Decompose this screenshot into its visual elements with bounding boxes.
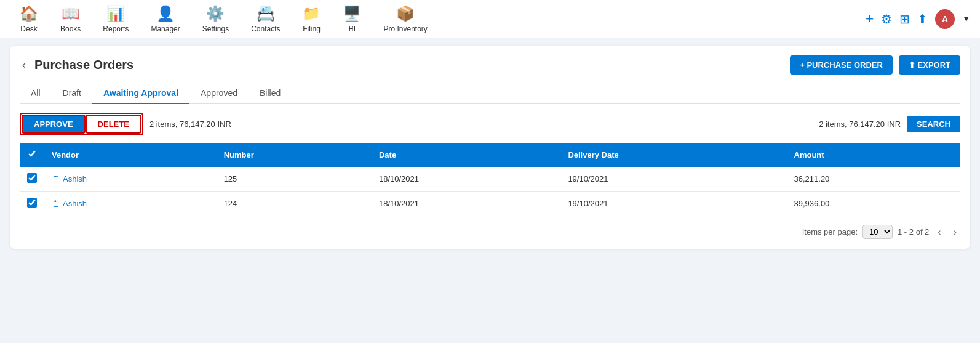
row-amount: 36,211.20 [787, 167, 960, 192]
action-buttons-highlight: APPROVE DELETE [20, 113, 143, 135]
row-amount: 39,936.00 [787, 192, 960, 216]
selected-info: 2 items, 76,147.20 INR [149, 119, 231, 129]
grid-button[interactable]: ⊞ [899, 12, 910, 26]
upload-button[interactable]: ⬆ [917, 12, 928, 26]
bi-icon: 🖥️ [343, 5, 361, 22]
delete-button[interactable]: DELETE [86, 115, 141, 134]
row-delivery-date: 19/10/2021 [560, 167, 786, 192]
user-label: ▼ [962, 14, 970, 23]
tab-draft[interactable]: Draft [52, 83, 92, 104]
nav-item-filing[interactable]: 📁 Filing [292, 0, 330, 38]
per-page-select[interactable]: 10 25 50 [862, 225, 893, 239]
row-number: 124 [217, 192, 372, 216]
row-delivery-date: 19/10/2021 [560, 192, 786, 216]
tabs-bar: All Draft Awaiting Approval Approved Bil… [20, 83, 960, 104]
table-row: 🗒 Ashish 125 18/10/2021 19/10/2021 36,21… [20, 167, 960, 192]
nav-label-filing: Filing [303, 25, 321, 33]
items-summary-right: 2 items, 76,147.20 INR SEARCH [819, 116, 960, 132]
nav-label-manager: Manager [151, 25, 180, 33]
vendor-name: Ashish [63, 174, 87, 184]
nav-item-pro-inventory[interactable]: 📦 Pro Inventory [373, 0, 437, 38]
col-checkbox [20, 143, 44, 167]
content-card: ‹ Purchase Orders + PURCHASE ORDER ⬆ EXP… [10, 46, 970, 249]
search-button[interactable]: SEARCH [907, 116, 960, 132]
row-number: 125 [217, 167, 372, 192]
col-delivery-date: Delivery Date [560, 143, 786, 167]
nav-item-bi[interactable]: 🖥️ BI [333, 0, 371, 38]
nav-item-desk[interactable]: 🏠 Desk [10, 0, 48, 38]
settings-icon: ⚙️ [206, 5, 225, 22]
nav-label-contacts: Contacts [251, 25, 280, 33]
main-area: ‹ Purchase Orders + PURCHASE ORDER ⬆ EXP… [0, 38, 980, 343]
action-bar: APPROVE DELETE 2 items, 76,147.20 INR 2 … [20, 113, 960, 135]
row-vendor[interactable]: 🗒 Ashish [44, 192, 217, 216]
gear-button[interactable]: ⚙ [881, 12, 892, 26]
row-checkbox-1[interactable] [27, 198, 37, 208]
header-actions: + PURCHASE ORDER ⬆ EXPORT [790, 55, 960, 75]
back-button[interactable]: ‹ [20, 56, 28, 74]
export-button[interactable]: ⬆ EXPORT [899, 55, 960, 75]
row-checkbox-cell[interactable] [20, 167, 44, 192]
page-info: 1 - 2 of 2 [898, 227, 929, 236]
nav-label-bi: BI [349, 25, 356, 33]
pro-inventory-icon: 📦 [396, 5, 415, 22]
vendor-doc-icon: 🗒 [52, 199, 60, 209]
page-title: Purchase Orders [34, 58, 133, 72]
nav-item-books[interactable]: 📖 Books [50, 0, 90, 38]
nav-item-manager[interactable]: 👤 Manager [141, 0, 189, 38]
tab-all[interactable]: All [20, 83, 52, 104]
vendor-doc-icon: 🗒 [52, 174, 60, 184]
row-date: 18/10/2021 [372, 167, 560, 192]
nav-label-settings: Settings [202, 25, 229, 33]
purchase-orders-table: Vendor Number Date Delivery Date Amount … [20, 143, 960, 216]
user-avatar[interactable]: A [935, 9, 955, 29]
tab-approved[interactable]: Approved [189, 83, 249, 104]
table-row: 🗒 Ashish 124 18/10/2021 19/10/2021 39,93… [20, 192, 960, 216]
table-header-row: Vendor Number Date Delivery Date Amount [20, 143, 960, 167]
desk-icon: 🏠 [20, 5, 38, 22]
top-navigation: 🏠 Desk 📖 Books 📊 Reports 👤 Manager ⚙️ Se… [0, 0, 980, 38]
purchase-order-button[interactable]: + PURCHASE ORDER [790, 55, 893, 75]
books-icon: 📖 [62, 5, 80, 22]
nav-label-reports: Reports [103, 25, 129, 33]
nav-item-contacts[interactable]: 📇 Contacts [241, 0, 290, 38]
row-vendor[interactable]: 🗒 Ashish [44, 167, 217, 192]
items-per-page-label: Items per page: [802, 227, 858, 236]
tab-billed[interactable]: Billed [249, 83, 292, 104]
select-all-checkbox[interactable] [27, 149, 37, 159]
page-title-row: ‹ Purchase Orders [20, 56, 133, 74]
col-date: Date [372, 143, 560, 167]
tab-awaiting-approval[interactable]: Awaiting Approval [92, 83, 189, 104]
contacts-icon: 📇 [257, 5, 275, 22]
nav-items-group: 🏠 Desk 📖 Books 📊 Reports 👤 Manager ⚙️ Se… [10, 0, 866, 38]
nav-label-books: Books [60, 25, 81, 33]
filing-icon: 📁 [302, 5, 321, 22]
col-amount: Amount [787, 143, 960, 167]
items-count-summary: 2 items, 76,147.20 INR [819, 119, 901, 129]
nav-label-desk: Desk [20, 25, 37, 33]
user-initial: A [942, 14, 948, 24]
add-button[interactable]: + [866, 11, 874, 27]
next-page-button[interactable]: › [950, 225, 960, 239]
col-vendor: Vendor [44, 143, 217, 167]
row-checkbox-cell[interactable] [20, 192, 44, 216]
nav-right-actions: + ⚙ ⊞ ⬆ A ▼ [866, 9, 970, 29]
nav-item-settings[interactable]: ⚙️ Settings [193, 0, 239, 38]
approve-button[interactable]: APPROVE [22, 115, 86, 134]
pagination-bar: Items per page: 10 25 50 1 - 2 of 2 ‹ › [20, 225, 960, 239]
manager-icon: 👤 [156, 5, 175, 22]
prev-page-button[interactable]: ‹ [934, 225, 944, 239]
nav-item-reports[interactable]: 📊 Reports [93, 0, 138, 38]
row-date: 18/10/2021 [372, 192, 560, 216]
col-number: Number [217, 143, 372, 167]
nav-label-pro-inventory: Pro Inventory [383, 25, 427, 33]
vendor-name: Ashish [63, 199, 87, 208]
page-header: ‹ Purchase Orders + PURCHASE ORDER ⬆ EXP… [20, 55, 960, 75]
reports-icon: 📊 [106, 5, 125, 22]
row-checkbox-0[interactable] [27, 173, 37, 183]
